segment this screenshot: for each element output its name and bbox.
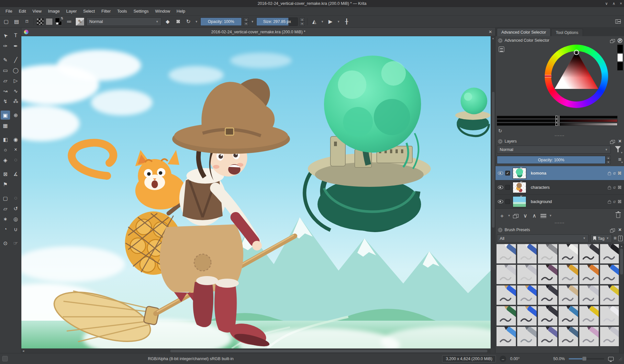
tool-gradient[interactable]: ◧ [1, 135, 10, 144]
chevron-down-icon[interactable]: ▼ [621, 161, 623, 164]
maximize-button[interactable]: ∧ [612, 1, 615, 6]
brush-scroll-thumb[interactable] [620, 249, 623, 274]
wrap-around-mode-button[interactable]: ╂ [342, 17, 351, 26]
tool-polygon[interactable]: ▱ [1, 76, 10, 85]
gradient-chooser-button[interactable] [37, 18, 44, 25]
layer-name[interactable]: characters [531, 185, 608, 190]
tool-polyline[interactable]: ▷ [11, 76, 20, 85]
layer-checkbox[interactable]: ✓ [505, 171, 510, 176]
brush-preset-3[interactable] [538, 244, 558, 264]
canvas-horizontal-scrollbar[interactable]: ◀ [21, 348, 491, 353]
tool-select-shapes[interactable]: ➤ [1, 31, 10, 40]
tool-enclose-fill[interactable]: ◌ [11, 155, 20, 165]
open-document-button[interactable]: ▤ [12, 17, 21, 26]
tool-crop[interactable]: ▦ [1, 121, 10, 130]
brush-preset-24[interactable] [600, 306, 619, 326]
tool-reference-images[interactable]: ⚑ [1, 180, 10, 189]
brush-preset-25[interactable] [496, 327, 516, 347]
brush-preset-13[interactable] [496, 285, 516, 305]
hue-ring[interactable] [545, 45, 608, 108]
docker-splitter-handle[interactable]: •••••• [496, 134, 624, 137]
tool-fill[interactable]: ◈ [1, 155, 10, 165]
color-swatch-dark[interactable] [617, 62, 623, 70]
presets-view-mode-icon[interactable]: ≡ [614, 235, 617, 241]
chevron-down-icon[interactable]: ▼ [251, 20, 254, 23]
canvas-vertical-scrollbar[interactable]: ▲ [491, 36, 495, 348]
brush-preset-20[interactable] [517, 306, 537, 326]
close-button[interactable]: × [620, 1, 622, 6]
new-document-button[interactable]: ▢ [2, 17, 10, 26]
tool-rect-select[interactable]: ▢ [1, 194, 10, 203]
move-layer-down-button[interactable]: ∨ [521, 212, 529, 219]
layer-properties-button[interactable] [540, 212, 547, 219]
tool-contiguous-select[interactable]: ∗ [1, 214, 10, 223]
mirror-vertical-button[interactable]: ▶ [326, 17, 335, 26]
brush-preset-11[interactable] [579, 264, 599, 284]
tool-edit-shapes[interactable]: ✑ [1, 41, 10, 50]
foreground-background-colors[interactable]: ⇅ [55, 17, 63, 26]
image-dimensions[interactable]: 3,200 x 4,624 (200.0 MiB) [442, 355, 496, 362]
lock-icon[interactable] [498, 38, 502, 43]
layer-opacity-slider[interactable]: Opacity: 100% [497, 156, 606, 164]
tool-pattern-edit[interactable]: ☼ [1, 145, 10, 154]
brush-preset-19[interactable] [496, 306, 516, 326]
brush-preset-14[interactable] [517, 285, 537, 305]
resize-grip[interactable] [618, 357, 622, 361]
alpha-lock-icon[interactable]: α [613, 171, 616, 176]
lock-icon[interactable] [608, 187, 611, 189]
brush-grid-scrollbar[interactable]: ▲ [619, 244, 624, 355]
tool-similar-color-select[interactable]: ◎ [11, 214, 20, 223]
menu-item-window[interactable]: Window [152, 8, 173, 15]
tool-multibrush[interactable]: ⁂ [11, 97, 20, 106]
tool-ellipse-select[interactable]: ◌ [11, 194, 20, 203]
reload-preset-button[interactable]: ↻ [184, 17, 193, 26]
tag-filter-dropdown[interactable]: All ▼ [497, 234, 589, 242]
tool-measure[interactable]: ∡ [11, 169, 20, 178]
canvas-viewport[interactable] [21, 36, 491, 348]
float-docker-icon[interactable] [611, 39, 615, 42]
brush-preset-21[interactable] [538, 306, 558, 326]
layer-thumbnail[interactable] [513, 196, 526, 207]
lock-icon[interactable] [498, 228, 502, 232]
eraser-mode-button[interactable]: ◆ [163, 17, 172, 26]
zoom-slider[interactable] [569, 358, 604, 359]
delete-layer-button[interactable] [616, 214, 620, 218]
layer-checkbox[interactable] [505, 185, 510, 190]
tool-text[interactable]: T [11, 31, 20, 40]
layer-visibility-toggle[interactable] [496, 171, 505, 175]
save-button[interactable]: ⌑ [23, 17, 31, 26]
brush-preset-12[interactable] [600, 264, 619, 284]
tool-zoom[interactable]: ⊙ [1, 239, 10, 248]
brush-preset-29[interactable] [579, 327, 599, 347]
menu-item-filter[interactable]: Filter [98, 8, 114, 15]
document-close-icon[interactable]: × [489, 29, 492, 35]
tool-pan[interactable]: ☞ [11, 239, 20, 248]
shade-strip-2[interactable] [497, 119, 618, 122]
tool-smart-patch[interactable]: × [11, 145, 20, 154]
opacity-slider[interactable]: Opacity: 100% [200, 17, 242, 26]
fit-to-screen-icon[interactable] [608, 357, 614, 361]
blend-mode-dropdown[interactable]: Normal ▼ [86, 17, 162, 26]
edit-brush-settings-button[interactable]: ≔ [65, 17, 73, 26]
tool-magnetic-select[interactable]: ∪ [11, 225, 20, 234]
brush-preset-9[interactable] [538, 264, 558, 284]
zoom-level[interactable]: 50.0% [553, 357, 565, 361]
tool-color-sampler[interactable]: ◉ [11, 135, 20, 144]
horizontal-scroll-thumb[interactable] [170, 350, 487, 352]
preserve-alpha-button[interactable] [174, 17, 182, 26]
layer-thumbnail[interactable] [513, 168, 526, 179]
brush-preset-18[interactable] [600, 285, 619, 305]
saturation-value-triangle[interactable] [545, 45, 608, 108]
layer-row-background[interactable]: ⇱ background α [496, 195, 624, 209]
color-selector-settings-icon[interactable] [499, 47, 504, 52]
brush-preset-27[interactable] [538, 327, 558, 347]
scroll-left-icon[interactable]: ◀ [21, 350, 25, 352]
duplicate-layer-button[interactable] [512, 212, 520, 219]
scroll-up-icon[interactable]: ▲ [492, 36, 494, 40]
brush-preset-4[interactable] [558, 244, 578, 264]
chevron-down-icon[interactable]: ▼ [620, 151, 623, 154]
layer-row-komona[interactable]: ✓ ⇱ komona α [496, 166, 624, 180]
brush-preset-16[interactable] [558, 285, 578, 305]
lock-icon[interactable] [608, 201, 611, 204]
layer-visibility-toggle[interactable] [496, 200, 505, 203]
